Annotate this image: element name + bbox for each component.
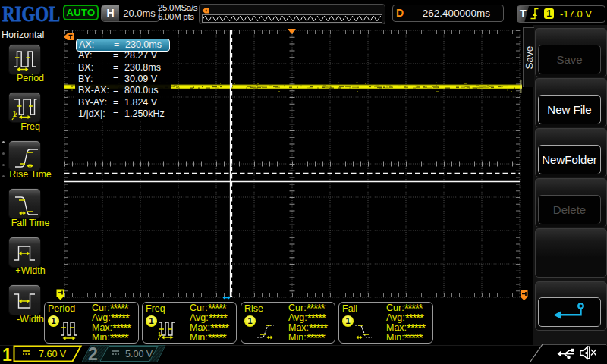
svg-text:7.60 V: 7.60 V (39, 349, 67, 359)
svg-text:5.00 V: 5.00 V (125, 349, 153, 359)
